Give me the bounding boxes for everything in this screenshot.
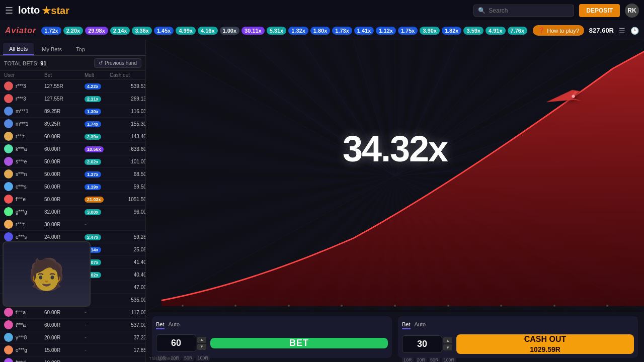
quick-amount-btn[interactable]: 20R bbox=[416, 357, 427, 362]
tab-auto-2[interactable]: Auto bbox=[415, 320, 426, 329]
multiplier-pill: 2.11x bbox=[85, 96, 101, 102]
user-cell: k***a bbox=[4, 144, 44, 153]
cashout-amount: 47.00R bbox=[110, 285, 145, 290]
bet-button-1[interactable]: BET bbox=[210, 338, 388, 348]
column-header: Cash out bbox=[110, 72, 146, 78]
multiplier-badge: 1.12x bbox=[376, 27, 396, 35]
how-to-play-button[interactable]: ❓ How to play? bbox=[533, 25, 584, 36]
multiplier-badge: 2.20x bbox=[63, 27, 84, 35]
sidebar: All BetsMy BetsTop TOTAL BETS: 91 ↺ Prev… bbox=[0, 40, 146, 362]
multiplier-cell: - bbox=[85, 321, 110, 328]
user-cell: r***3 bbox=[4, 94, 44, 103]
user-cell: t***a bbox=[4, 320, 44, 329]
balance-display: 827.60R bbox=[589, 27, 614, 34]
refresh-icon: ↺ bbox=[99, 60, 103, 66]
multiplier-badge: 1.32x bbox=[288, 27, 308, 35]
sidebar-tab-all-bets[interactable]: All Bets bbox=[3, 43, 34, 55]
username: k***a bbox=[16, 146, 27, 152]
tab-bet-2[interactable]: Bet bbox=[402, 320, 411, 329]
bet-amount: 30.00R bbox=[44, 222, 85, 227]
quick-amount-btn[interactable]: 100R bbox=[442, 357, 456, 362]
multiplier-badge: 1.80x bbox=[310, 27, 331, 35]
bet-amount-display-2: 30 bbox=[402, 335, 442, 353]
table-row: g***g32.00R3.00x96.00R bbox=[0, 206, 145, 218]
multiplier-badge: 4.99x bbox=[176, 27, 196, 35]
multiplier-badge: 3.90x bbox=[420, 27, 440, 35]
multiplier-badge: 3.36x bbox=[132, 27, 152, 35]
multiplier-pill: 1.19x bbox=[85, 184, 101, 190]
multiplier-pill: 1.74x bbox=[85, 121, 101, 127]
bet-amount: 50.00R bbox=[44, 159, 85, 164]
total-bets-bar: TOTAL BETS: 91 ↺ Previous hand bbox=[0, 56, 145, 71]
multiplier-cell: 21.03x bbox=[85, 196, 110, 203]
user-cell: f***d bbox=[4, 358, 44, 362]
multiplier-badge: 1.82x bbox=[442, 27, 462, 35]
stepper-down-1[interactable]: ▼ bbox=[197, 344, 206, 350]
quick-amount-btn[interactable]: 50R bbox=[183, 355, 194, 361]
sidebar-tab-my-bets[interactable]: My Bets bbox=[36, 43, 68, 55]
multiplier-cell: 3.00x bbox=[85, 208, 110, 215]
bet-amount: 24.00R bbox=[44, 234, 85, 240]
hamburger-icon[interactable]: ☰ bbox=[5, 5, 13, 16]
search-input[interactable] bbox=[489, 7, 549, 14]
previous-hand-button[interactable]: ↺ Previous hand bbox=[94, 58, 141, 68]
multiplier-display: 34.32x bbox=[343, 128, 447, 169]
cashout-amount: 116.03R bbox=[110, 109, 145, 114]
multiplier-cell: 1.30x bbox=[85, 108, 110, 115]
table-row: k***a60.00R10.56x633.60R bbox=[0, 143, 145, 155]
table-row: r***t60.00R2.39x143.40R bbox=[0, 130, 145, 143]
multiplier-strip: 1.72x2.20x29.98x2.14x3.36x1.45x4.99x4.16… bbox=[41, 27, 528, 35]
quick-amounts-2: 10R20R50R100R bbox=[402, 357, 634, 362]
bet-amount: 60.00R bbox=[44, 322, 85, 328]
sidebar-tab-top[interactable]: Top bbox=[70, 43, 91, 55]
multiplier-badge: 4.91x bbox=[486, 27, 506, 35]
cashout-amount: 37.23R bbox=[110, 335, 145, 340]
multiplier-cell: 4.22x bbox=[85, 82, 110, 89]
multiplier-badge: 7.76x bbox=[508, 27, 528, 35]
table-row: r***3127.55R2.11x269.13R bbox=[0, 93, 145, 105]
multiplier-pill: 3.00x bbox=[85, 209, 101, 215]
multiplier-cell: - bbox=[85, 359, 110, 362]
settings-icon[interactable]: ☰ bbox=[619, 27, 625, 35]
cash-out-button[interactable]: CASH OUT 1029.59R bbox=[456, 334, 634, 354]
avatar bbox=[4, 182, 13, 191]
table-row: s***n50.00R1.37x68.50R bbox=[0, 168, 145, 180]
multiplier-pill: 10.56x bbox=[85, 146, 104, 152]
multiplier-cell: 2.02x bbox=[85, 158, 110, 165]
deposit-button[interactable]: DEPOSIT bbox=[579, 4, 620, 17]
stepper-down-2[interactable]: ▼ bbox=[443, 344, 452, 350]
quick-amount-btn[interactable]: 10R bbox=[402, 357, 414, 362]
stepper-up-2[interactable]: ▲ bbox=[443, 337, 452, 343]
quick-amount-btn[interactable]: 50R bbox=[429, 357, 440, 362]
multiplier-pill: 2.39x bbox=[85, 134, 101, 140]
video-person: 🧑 bbox=[4, 242, 90, 306]
bet-amount: 20.00R bbox=[44, 335, 85, 340]
stepper-up-1[interactable]: ▲ bbox=[197, 337, 206, 343]
user-cell: y***8 bbox=[4, 333, 44, 342]
table-row: f***d10.00R-- bbox=[0, 356, 145, 362]
tab-bet-1[interactable]: Bet bbox=[156, 320, 165, 329]
avatar bbox=[4, 308, 13, 317]
avatar bbox=[4, 107, 13, 116]
search-bar[interactable]: 🔍 bbox=[473, 5, 574, 17]
game-header: Aviator 1.72x2.20x29.98x2.14x3.36x1.45x4… bbox=[0, 21, 644, 40]
x-axis bbox=[146, 305, 644, 307]
cashout-amount: 1051.50R bbox=[110, 197, 145, 202]
multiplier-cell: 1.19x bbox=[85, 183, 110, 190]
multiplier-cell: 1.37x bbox=[85, 170, 110, 177]
username: s***e bbox=[16, 159, 27, 164]
table-row: m***189.25R1.74x155.30R bbox=[0, 118, 145, 130]
user-avatar[interactable]: RK bbox=[625, 4, 639, 18]
bet-amount: 127.55R bbox=[44, 96, 85, 102]
clock-icon[interactable]: 🕐 bbox=[630, 27, 639, 35]
multiplier-cell: 2.39x bbox=[85, 133, 110, 140]
tab-auto-1[interactable]: Auto bbox=[169, 320, 180, 329]
site-logo[interactable]: lotto ★star bbox=[18, 5, 69, 17]
bet-amount: 50.00R bbox=[44, 171, 85, 177]
aviator-logo: Aviator bbox=[5, 26, 36, 35]
user-cell: r***t bbox=[4, 132, 44, 141]
bet-amount: 15.00R bbox=[44, 347, 85, 353]
table-row: y***820.00R-37.23R bbox=[0, 331, 145, 344]
cashout-amount: 68.50R bbox=[110, 171, 145, 177]
quick-amount-btn[interactable]: 100R bbox=[196, 355, 210, 361]
